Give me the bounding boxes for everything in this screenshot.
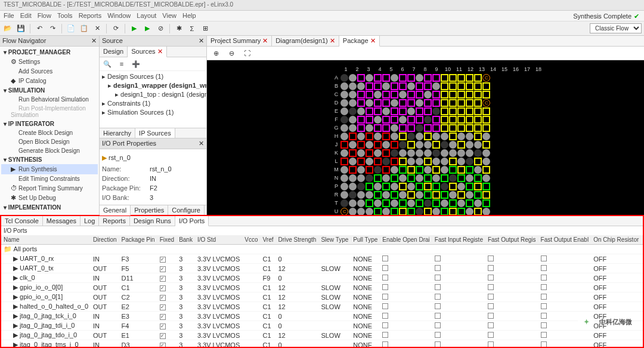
tab[interactable]: IP Sources [135, 128, 175, 138]
refresh-icon[interactable]: ⟳ [110, 23, 121, 34]
pin[interactable] [382, 166, 390, 174]
pin[interactable] [382, 141, 390, 149]
close-icon[interactable]: ✕ [199, 140, 204, 147]
pin[interactable] [416, 91, 423, 98]
add-icon[interactable]: ➕ [131, 58, 141, 69]
table-row[interactable]: ▶ gpio_io_o_0[0]OUTC133.3V LVCMOSC112SLO… [1, 283, 643, 292]
tree-item[interactable]: ▸ design1_top : design1 (design1.) [101, 90, 205, 99]
pin[interactable] [466, 116, 473, 124]
pin[interactable] [482, 199, 490, 207]
pin[interactable] [391, 174, 398, 182]
pin[interactable] [407, 74, 415, 82]
pin[interactable] [340, 91, 348, 98]
nav-item[interactable]: Edit Timing Constraints [1, 174, 98, 183]
col-header[interactable]: On Chip Resistor [591, 235, 641, 245]
pin[interactable] [482, 99, 490, 107]
pin[interactable] [374, 107, 382, 115]
tree-item[interactable]: ▸ Constraints (1) [101, 99, 205, 108]
tab[interactable]: General [100, 205, 131, 215]
table-row[interactable]: ▶ jtag_0_jtag_tdo_i_0OUTE133.3V LVCMOSC1… [1, 331, 643, 340]
pin[interactable] [441, 149, 448, 157]
pin[interactable] [391, 183, 398, 190]
pin[interactable] [391, 99, 398, 107]
pin[interactable] [349, 158, 357, 165]
pin[interactable] [457, 116, 465, 124]
pin[interactable] [391, 141, 398, 149]
pin[interactable] [416, 183, 423, 190]
pin[interactable] [482, 124, 490, 132]
pin[interactable] [457, 174, 465, 182]
pin[interactable] [441, 166, 448, 174]
col-header[interactable]: Vref [261, 235, 276, 245]
pin[interactable] [399, 82, 407, 90]
pin[interactable] [366, 174, 373, 182]
pin[interactable] [482, 191, 490, 199]
pin[interactable] [449, 91, 457, 98]
pin[interactable] [399, 183, 407, 190]
pin[interactable] [382, 74, 390, 82]
nav-cat[interactable]: ▾ IMPLEMENTATION [1, 203, 98, 212]
tab[interactable]: Tcl Console [1, 216, 43, 226]
col-header[interactable]: Pull Type [351, 235, 380, 245]
pin[interactable] [374, 191, 382, 199]
pin[interactable] [424, 166, 432, 174]
pin[interactable] [466, 141, 473, 149]
pin[interactable] [349, 116, 357, 124]
col-header[interactable]: Fixed [157, 235, 177, 245]
pin[interactable] [391, 74, 398, 82]
pin[interactable] [424, 183, 432, 190]
pin[interactable] [416, 208, 423, 215]
pin[interactable] [407, 183, 415, 190]
pin[interactable] [349, 191, 357, 199]
pin[interactable] [457, 191, 465, 199]
pin[interactable] [457, 91, 465, 98]
tree-item[interactable]: ▸ Simulation Sources (1) [101, 108, 205, 117]
pin[interactable] [466, 208, 473, 215]
pin[interactable] [466, 149, 473, 157]
pin[interactable] [457, 158, 465, 165]
undo-icon[interactable]: ↶ [34, 23, 45, 34]
pin[interactable] [340, 183, 348, 190]
menu-window[interactable]: Window [107, 12, 131, 20]
pin[interactable] [457, 74, 465, 82]
pin[interactable] [407, 116, 415, 124]
nav-cat[interactable]: ▾ SYNTHESIS [1, 155, 98, 164]
pin[interactable] [432, 116, 440, 124]
pin[interactable] [340, 133, 348, 140]
pin[interactable] [366, 199, 373, 207]
run-step-icon[interactable]: ▶ [142, 23, 153, 34]
pin[interactable] [357, 107, 365, 115]
pin[interactable] [366, 133, 373, 140]
pin[interactable] [357, 149, 365, 157]
menu-flow[interactable]: Flow [38, 12, 51, 20]
pin[interactable] [349, 124, 357, 132]
pin[interactable] [441, 99, 448, 107]
pin[interactable] [474, 149, 482, 157]
pin[interactable] [449, 208, 457, 215]
pin[interactable] [366, 124, 373, 132]
table-row[interactable]: ▶ jtag_0_jtag_tdi_i_0INF433.3V LVCMOSC10… [1, 321, 643, 331]
pin[interactable] [432, 183, 440, 190]
pin[interactable] [407, 141, 415, 149]
pin[interactable] [441, 107, 448, 115]
pin[interactable] [357, 166, 365, 174]
pin[interactable] [366, 82, 373, 90]
pin[interactable] [340, 199, 348, 207]
pin[interactable] [466, 124, 473, 132]
col-header[interactable]: Fast Output Regis [485, 235, 538, 245]
pin[interactable] [366, 183, 373, 190]
nav-item[interactable]: ⚙Settings [1, 57, 98, 67]
delete-icon[interactable]: ✕ [92, 23, 103, 34]
pin[interactable] [432, 208, 440, 215]
pin[interactable] [407, 124, 415, 132]
pin[interactable] [441, 158, 448, 165]
pin[interactable] [424, 124, 432, 132]
pin[interactable] [474, 82, 482, 90]
pin[interactable] [424, 199, 432, 207]
pin[interactable] [357, 208, 365, 215]
col-header[interactable]: Fast Output Enabl [538, 235, 592, 245]
pin[interactable] [466, 183, 473, 190]
pin[interactable] [382, 124, 390, 132]
nav-item[interactable]: ✱Set Up Debug [1, 193, 98, 203]
pin[interactable] [374, 124, 382, 132]
